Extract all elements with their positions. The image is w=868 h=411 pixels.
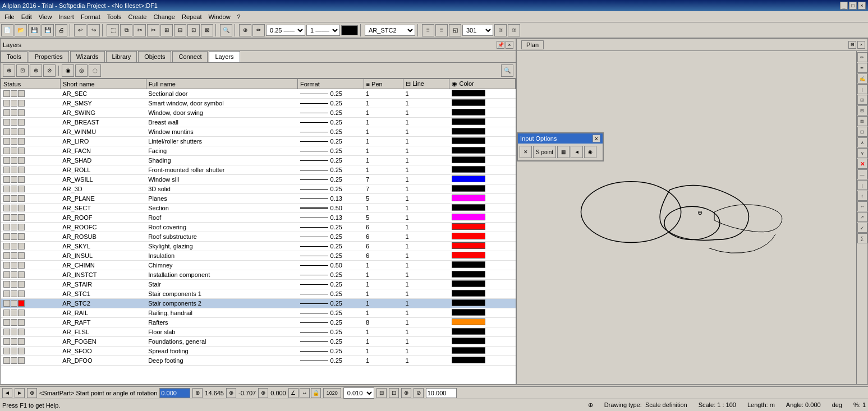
scale-btn[interactable]: ⊠	[201, 24, 213, 36]
menu-edit[interactable]: Edit	[18, 12, 35, 21]
tab-properties[interactable]: Properties	[29, 51, 69, 62]
tab-wizards[interactable]: Wizards	[70, 51, 105, 62]
tab-library[interactable]: Library	[106, 51, 137, 62]
table-row[interactable]: AR_SFOOSpread footing0.2511	[1, 347, 516, 356]
rt-btn-9[interactable]: ∧	[857, 137, 867, 147]
rt-btn-5[interactable]: ⊞	[857, 95, 867, 105]
color-picker[interactable]	[341, 25, 358, 35]
tb-icon1[interactable]: ≡	[422, 24, 434, 36]
panel-float-btn[interactable]: ⊟	[848, 41, 856, 49]
sb-btn1[interactable]: ◄	[2, 388, 12, 398]
table-row[interactable]: AR_SWINGWindow, door swing0.2511	[1, 108, 516, 118]
rt-btn-13[interactable]: ↕	[857, 191, 867, 201]
table-row[interactable]: AR_WSILLWindow sill0.2571	[1, 175, 516, 184]
menu-format[interactable]: Format	[77, 12, 104, 21]
rt-btn-12[interactable]: |	[857, 180, 867, 190]
table-row[interactable]: AR_CHIMNChimney0.5011	[1, 261, 516, 270]
sb-icon1[interactable]: ⊕	[192, 388, 203, 398]
redo-btn[interactable]: ↪	[88, 24, 100, 36]
print-btn[interactable]: 🖨	[55, 24, 67, 36]
table-row[interactable]: AR_ROLLFront-mounted roller shutter0.251…	[1, 165, 516, 175]
table-row[interactable]: AR_3D3D solid0.2571	[1, 184, 516, 194]
sb-icon4[interactable]: ⊟	[376, 388, 387, 398]
close-button[interactable]: ×	[858, 2, 866, 10]
table-row[interactable]: AR_STC2Stair components 20.2511	[1, 299, 516, 308]
lyr-btn-6[interactable]: ◎	[75, 64, 88, 77]
rotate-btn[interactable]: ⊡	[187, 24, 200, 36]
menu-repeat[interactable]: Repeat	[178, 12, 205, 21]
extend-btn[interactable]: ⊞	[160, 24, 173, 36]
move-btn[interactable]: ✂	[134, 24, 146, 36]
lyr-btn-2[interactable]: ⊡	[16, 64, 29, 77]
table-row[interactable]: AR_DFOODeep footing0.2511	[1, 356, 516, 366]
save2-btn[interactable]: 💾	[42, 24, 54, 36]
table-row[interactable]: AR_INSULInsulation0.2561	[1, 251, 516, 261]
trim-btn[interactable]: ✂	[147, 24, 159, 36]
sb-icon3[interactable]: ⊕	[258, 388, 268, 398]
zoom-btn[interactable]: 🔍	[220, 24, 232, 36]
menu-change[interactable]: Change	[150, 12, 178, 21]
rt-btn-close[interactable]: ✕	[857, 159, 867, 169]
lyr-btn-4[interactable]: ⊘	[43, 64, 56, 77]
menu-window[interactable]: Window	[205, 12, 233, 21]
sb-btn3[interactable]: ⊕	[27, 388, 37, 398]
rt-btn-8[interactable]: ⊡	[857, 127, 867, 137]
panel-close-button[interactable]: ×	[506, 41, 513, 49]
table-row[interactable]: AR_STC1Stair components 10.2511	[1, 289, 516, 299]
sb-icon5[interactable]: ⊡	[389, 388, 399, 398]
status-input-field[interactable]	[159, 388, 190, 398]
rt-btn-15[interactable]: ↗	[857, 212, 867, 222]
table-row[interactable]: AR_RAFTRafters0.2581	[1, 318, 516, 327]
table-row[interactable]: AR_SKYLSkylight, glazing0.2561	[1, 242, 516, 251]
sb-dist-btn[interactable]: ↔	[300, 388, 310, 398]
rt-btn-16[interactable]: ↙	[857, 223, 867, 233]
table-row[interactable]: AR_FOGENFoundations, general0.2511	[1, 337, 516, 347]
lyr-btn-1[interactable]: ⊕	[3, 64, 15, 77]
lyr-btn-5[interactable]: ◉	[62, 64, 74, 77]
zoom-icons[interactable]: ≋	[494, 24, 507, 36]
table-row[interactable]: AR_PLANEPlanes0.1351	[1, 194, 516, 204]
sb-icon2[interactable]: ⊕	[226, 388, 236, 398]
drawing-canvas[interactable]: ⊕ Input Options × ✕ S point ▦ ◄ ◉	[517, 51, 867, 384]
menu-help[interactable]: ?	[234, 12, 244, 21]
panel-pin-button[interactable]: 📌	[497, 41, 504, 49]
table-row[interactable]: AR_BREASTBreast wall0.2511	[1, 118, 516, 127]
sb-icon7[interactable]: ⊘	[414, 388, 424, 398]
rt-btn-17[interactable]: ∑	[857, 233, 867, 243]
mirror-btn[interactable]: ⊟	[174, 24, 186, 36]
lyr-btn-3[interactable]: ⊗	[30, 64, 42, 77]
sb-num-btn[interactable]: 1020	[323, 388, 341, 398]
io-btn-circle[interactable]: ◉	[584, 146, 596, 158]
table-row[interactable]: AR_INSTCTInstallation component0.2511	[1, 270, 516, 280]
sb-scale-select[interactable]: 0.010	[343, 387, 374, 399]
table-row[interactable]: AR_ROOFCRoof covering0.2561	[1, 223, 516, 232]
line-btn[interactable]: ⬚	[107, 24, 119, 36]
table-row[interactable]: AR_ROOFRoof0.1351	[1, 213, 516, 223]
table-row[interactable]: AR_FACNFacing0.2511	[1, 146, 516, 156]
table-row[interactable]: AR_RAILRailing, handrail0.2511	[1, 308, 516, 318]
sb-value-input[interactable]	[426, 388, 457, 398]
open-btn[interactable]: 📂	[15, 24, 27, 36]
menu-tools[interactable]: Tools	[104, 12, 125, 21]
rt-btn-3[interactable]: ✍	[857, 73, 867, 84]
new-btn[interactable]: 📄	[1, 24, 13, 36]
rt-btn-10[interactable]: ∨	[857, 148, 867, 158]
rt-btn-7[interactable]: ⊠	[857, 116, 867, 126]
menu-file[interactable]: File	[1, 12, 18, 21]
tab-objects[interactable]: Objects	[138, 51, 171, 62]
input-options-close-btn[interactable]: ×	[593, 135, 600, 142]
tab-tools[interactable]: Tools	[1, 51, 27, 62]
table-row[interactable]: AR_ROSUBRoof substructure0.2561	[1, 232, 516, 242]
rt-btn-1[interactable]: ✏	[857, 52, 867, 62]
menu-view[interactable]: View	[35, 12, 56, 21]
rt-btn-6[interactable]: ⊟	[857, 105, 867, 116]
window-controls[interactable]: _ □ ×	[840, 2, 866, 10]
undo-btn[interactable]: ↩	[74, 24, 86, 36]
zoom-icon2[interactable]: ≋	[508, 24, 520, 36]
sb-btn2[interactable]: ►	[15, 388, 25, 398]
menu-create[interactable]: Create	[125, 12, 150, 21]
io-btn-grid[interactable]: ▦	[557, 146, 570, 158]
table-row[interactable]: AR_SECTSection0.5011	[1, 204, 516, 213]
table-row[interactable]: AR_FLSLFloor slab0.2511	[1, 327, 516, 337]
io-btn-arrow[interactable]: ◄	[571, 146, 583, 158]
